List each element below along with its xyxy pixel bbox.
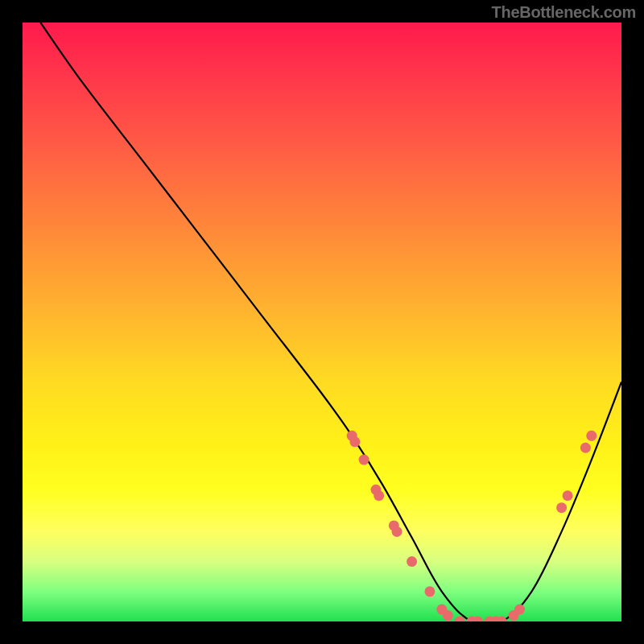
- data-point: [374, 490, 384, 501]
- data-point: [514, 605, 525, 615]
- data-point: [424, 586, 435, 597]
- plot-area: [23, 23, 621, 621]
- data-points-group: [347, 431, 597, 621]
- data-point: [586, 431, 597, 441]
- data-point: [407, 556, 417, 567]
- bottleneck-curve: [40, 23, 621, 621]
- data-point: [563, 490, 573, 501]
- data-point: [392, 526, 402, 537]
- chart-svg: [23, 23, 621, 621]
- data-point: [349, 436, 360, 447]
- data-point: [556, 502, 567, 513]
- data-point: [359, 455, 369, 465]
- data-point: [443, 610, 453, 621]
- watermark-text: TheBottleneck.com: [492, 3, 636, 22]
- chart-frame: TheBottleneck.com: [0, 0, 644, 644]
- data-point: [580, 443, 591, 453]
